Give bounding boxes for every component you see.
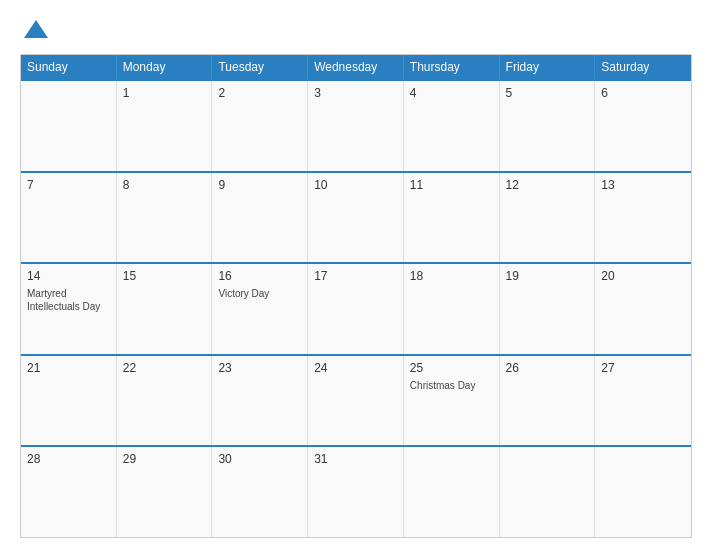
calendar-header: [20, 16, 692, 44]
day-cell: 3: [308, 81, 404, 171]
day-number: 31: [314, 452, 397, 466]
day-cell: 29: [117, 447, 213, 537]
day-header-saturday: Saturday: [595, 55, 691, 79]
event-label: Victory Day: [218, 287, 301, 300]
day-header-monday: Monday: [117, 55, 213, 79]
day-number: 6: [601, 86, 685, 100]
day-header-friday: Friday: [500, 55, 596, 79]
day-number: 4: [410, 86, 493, 100]
week-row-4: 2122232425Christmas Day2627: [21, 354, 691, 446]
week-row-5: 28293031: [21, 445, 691, 537]
day-cell: 23: [212, 356, 308, 446]
day-number: 17: [314, 269, 397, 283]
day-number: 27: [601, 361, 685, 375]
day-number: 26: [506, 361, 589, 375]
day-number: 24: [314, 361, 397, 375]
day-number: 21: [27, 361, 110, 375]
day-cell: [404, 447, 500, 537]
day-cell: 21: [21, 356, 117, 446]
day-number: 30: [218, 452, 301, 466]
calendar: SundayMondayTuesdayWednesdayThursdayFrid…: [20, 54, 692, 538]
logo: [20, 16, 50, 44]
logo-icon: [22, 16, 50, 44]
weeks: 1234567891011121314Martyred Intellectual…: [21, 79, 691, 537]
day-cell: 27: [595, 356, 691, 446]
day-cell: 5: [500, 81, 596, 171]
day-cell: 28: [21, 447, 117, 537]
day-cell: 26: [500, 356, 596, 446]
day-cell: 4: [404, 81, 500, 171]
day-number: 2: [218, 86, 301, 100]
day-cell: 25Christmas Day: [404, 356, 500, 446]
day-cell: 7: [21, 173, 117, 263]
day-number: 7: [27, 178, 110, 192]
day-cell: 18: [404, 264, 500, 354]
day-number: 28: [27, 452, 110, 466]
day-number: 29: [123, 452, 206, 466]
day-number: 8: [123, 178, 206, 192]
day-number: 22: [123, 361, 206, 375]
day-cell: 13: [595, 173, 691, 263]
day-cell: 6: [595, 81, 691, 171]
day-number: 3: [314, 86, 397, 100]
day-number: 15: [123, 269, 206, 283]
day-cell: 16Victory Day: [212, 264, 308, 354]
day-header-tuesday: Tuesday: [212, 55, 308, 79]
day-number: 1: [123, 86, 206, 100]
day-header-thursday: Thursday: [404, 55, 500, 79]
day-cell: 8: [117, 173, 213, 263]
week-row-3: 14Martyred Intellectuals Day1516Victory …: [21, 262, 691, 354]
day-cell: 2: [212, 81, 308, 171]
day-cell: 24: [308, 356, 404, 446]
day-cell: 31: [308, 447, 404, 537]
week-row-2: 78910111213: [21, 171, 691, 263]
day-cell: 1: [117, 81, 213, 171]
day-number: 18: [410, 269, 493, 283]
day-cell: 14Martyred Intellectuals Day: [21, 264, 117, 354]
day-number: 19: [506, 269, 589, 283]
day-number: 12: [506, 178, 589, 192]
day-number: 23: [218, 361, 301, 375]
day-cell: 17: [308, 264, 404, 354]
day-cell: 15: [117, 264, 213, 354]
week-row-1: 123456: [21, 79, 691, 171]
day-number: 5: [506, 86, 589, 100]
event-label: Martyred Intellectuals Day: [27, 287, 110, 313]
day-cell: 20: [595, 264, 691, 354]
day-number: 16: [218, 269, 301, 283]
day-number: 11: [410, 178, 493, 192]
svg-marker-0: [24, 20, 48, 38]
day-cell: [21, 81, 117, 171]
day-header-wednesday: Wednesday: [308, 55, 404, 79]
day-number: 9: [218, 178, 301, 192]
event-label: Christmas Day: [410, 379, 493, 392]
day-headers: SundayMondayTuesdayWednesdayThursdayFrid…: [21, 55, 691, 79]
day-cell: 12: [500, 173, 596, 263]
day-number: 20: [601, 269, 685, 283]
day-cell: 9: [212, 173, 308, 263]
day-number: 14: [27, 269, 110, 283]
day-cell: 22: [117, 356, 213, 446]
day-cell: 11: [404, 173, 500, 263]
day-cell: 10: [308, 173, 404, 263]
day-cell: 30: [212, 447, 308, 537]
day-cell: [500, 447, 596, 537]
day-number: 13: [601, 178, 685, 192]
day-cell: 19: [500, 264, 596, 354]
day-number: 10: [314, 178, 397, 192]
day-cell: [595, 447, 691, 537]
day-header-sunday: Sunday: [21, 55, 117, 79]
day-number: 25: [410, 361, 493, 375]
